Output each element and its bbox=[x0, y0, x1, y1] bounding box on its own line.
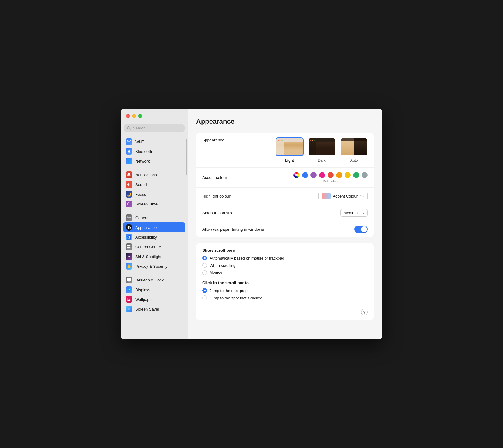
radio-next-page[interactable]: Jump to the next page bbox=[202, 288, 368, 293]
sidebar-icon-size-control: Medium ⌃⌄ bbox=[340, 209, 368, 217]
show-scroll-bars-title: Show scroll bars bbox=[202, 248, 368, 253]
accent-orange[interactable] bbox=[336, 172, 342, 178]
radio-spot-clicked[interactable]: Jump to the spot that's clicked bbox=[202, 295, 368, 300]
sidebar-item-notifications[interactable]: Notifications bbox=[123, 170, 185, 180]
appearance-option-dark[interactable]: Dark bbox=[308, 138, 335, 163]
accent-gray[interactable] bbox=[362, 172, 368, 178]
radio-auto-trackpad[interactable]: Automatically based on mouse or trackpad bbox=[202, 256, 368, 260]
search-icon bbox=[127, 126, 131, 130]
network-icon: 🌐 bbox=[126, 158, 132, 164]
sidebar-item-bluetooth[interactable]: B Bluetooth bbox=[123, 146, 185, 156]
highlight-colour-dropdown[interactable]: Accent Colour ⌃⌄ bbox=[318, 192, 368, 200]
privacy-icon: ✋ bbox=[126, 263, 132, 270]
sidebar-item-siri[interactable]: ✦ Siri & Spotlight bbox=[123, 252, 185, 261]
appearance-option-light[interactable]: Light bbox=[276, 138, 303, 163]
accent-blue[interactable] bbox=[302, 172, 308, 178]
bluetooth-icon: B bbox=[126, 148, 132, 155]
sidebar-item-label-privacy: Privacy & Security bbox=[135, 264, 167, 269]
radio-scrolling-label: When scrolling bbox=[210, 263, 235, 268]
search-box[interactable]: Search bbox=[124, 124, 185, 132]
wallpaper-tinting-control bbox=[354, 226, 368, 233]
sidebar-item-controlcentre[interactable]: Control Centre bbox=[123, 242, 185, 252]
highlight-swatch bbox=[322, 193, 331, 199]
maximize-button[interactable] bbox=[138, 114, 142, 118]
desktop-icon bbox=[126, 277, 132, 283]
accent-purple[interactable] bbox=[310, 172, 317, 178]
thumb-dark-menubar bbox=[309, 138, 335, 142]
sidebar-item-label-screentime: Screen Time bbox=[135, 202, 158, 206]
sidebar-item-label-siri: Siri & Spotlight bbox=[135, 254, 161, 259]
wallpaper-icon: 🖼 bbox=[126, 296, 132, 303]
thumb-auto-right bbox=[354, 138, 367, 155]
close-button[interactable] bbox=[126, 114, 130, 118]
thumb-auto-bg bbox=[341, 138, 367, 155]
svg-rect-3 bbox=[127, 245, 129, 246]
thumb-dark-sidebar bbox=[309, 142, 316, 155]
appearance-thumbnail-dark bbox=[308, 138, 335, 156]
sidebar-item-privacy[interactable]: ✋ Privacy & Security bbox=[123, 261, 185, 271]
sound-icon bbox=[126, 181, 132, 188]
sidebar-item-desktop[interactable]: Desktop & Dock bbox=[123, 275, 185, 285]
radio-when-scrolling[interactable]: When scrolling bbox=[202, 263, 368, 268]
accent-pink[interactable] bbox=[319, 172, 325, 178]
sidebar-item-appearance[interactable]: ◐ Appearance bbox=[123, 222, 185, 232]
svg-rect-6 bbox=[129, 247, 130, 248]
main-content: Appearance Appearance bbox=[188, 109, 382, 339]
search-container: Search bbox=[121, 124, 188, 132]
sidebar-item-focus[interactable]: 🌙 Focus bbox=[123, 189, 185, 199]
help-button-label: ? bbox=[363, 310, 365, 315]
thumb-dark-bg bbox=[309, 138, 335, 155]
sidebar-scrollbar[interactable] bbox=[186, 139, 187, 175]
controlcentre-icon bbox=[126, 243, 132, 250]
minimize-button[interactable] bbox=[132, 114, 136, 118]
appearance-option-auto[interactable]: Auto bbox=[340, 138, 368, 163]
appearance-label-dark: Dark bbox=[318, 158, 325, 163]
sidebar-icon-size-dropdown[interactable]: Medium ⌃⌄ bbox=[340, 209, 368, 217]
thumb-auto-menubar-right bbox=[341, 138, 367, 141]
thumb-dark-dot-green bbox=[314, 140, 315, 141]
divider-3 bbox=[126, 273, 183, 273]
sidebar-item-displays[interactable]: 💠 Displays bbox=[123, 285, 185, 295]
sidebar-item-label-wifi: Wi-Fi bbox=[135, 140, 144, 144]
radio-spot-clicked-label: Jump to the spot that's clicked bbox=[210, 296, 262, 300]
thumb-light-bg bbox=[276, 138, 303, 155]
sidebar-item-screentime[interactable]: ⏱ Screen Time bbox=[123, 199, 185, 209]
sidebar-item-wifi[interactable]: Wi-Fi bbox=[123, 137, 185, 146]
radio-always[interactable]: Always bbox=[202, 270, 368, 275]
sidebar-item-wallpaper[interactable]: 🖼 Wallpaper bbox=[123, 295, 185, 304]
sidebar-item-network[interactable]: 🌐 Network bbox=[123, 156, 185, 166]
sidebar-item-general[interactable]: General bbox=[123, 213, 185, 222]
wallpaper-tinting-row: Allow wallpaper tinting in windows bbox=[196, 221, 374, 237]
appearance-thumbnail-light bbox=[276, 138, 303, 156]
sidebar-item-label-displays: Displays bbox=[135, 288, 150, 292]
sidebar-item-label-notifications: Notifications bbox=[135, 173, 157, 177]
sidebar-item-sound[interactable]: Sound bbox=[123, 180, 185, 189]
appearance-label-light: Light bbox=[285, 158, 294, 163]
sidebar-item-screensaver[interactable]: 🖥 Screen Saver bbox=[123, 304, 185, 314]
sidebar: Search Wi-Fi B Bluetooth 🌐 bbox=[121, 109, 188, 339]
displays-icon: 💠 bbox=[126, 286, 132, 293]
appearance-icon: ◐ bbox=[126, 224, 132, 231]
click-scroll-bar-title: Click in the scroll bar to bbox=[202, 281, 368, 285]
help-button[interactable]: ? bbox=[361, 309, 368, 315]
appearance-row-label: Appearance bbox=[202, 138, 263, 142]
accent-red[interactable] bbox=[328, 172, 334, 178]
accent-yellow[interactable] bbox=[345, 172, 351, 178]
sidebar-item-accessibility[interactable]: ♿ Accessibility bbox=[123, 232, 185, 242]
accent-green[interactable] bbox=[353, 172, 359, 178]
wifi-icon bbox=[126, 138, 132, 145]
accent-multicolor[interactable] bbox=[293, 172, 300, 178]
radio-spot-clicked-circle bbox=[202, 295, 207, 300]
radio-next-page-circle bbox=[202, 288, 207, 293]
thumb-dark-dot-yellow bbox=[312, 140, 313, 141]
wallpaper-tinting-label: Allow wallpaper tinting in windows bbox=[202, 227, 264, 232]
sidebar-item-label-focus: Focus bbox=[135, 192, 146, 197]
wallpaper-tinting-toggle[interactable] bbox=[354, 226, 368, 233]
highlight-colour-control: Accent Colour ⌃⌄ bbox=[318, 192, 368, 200]
sidebar-item-label-general: General bbox=[135, 215, 149, 220]
svg-point-0 bbox=[127, 126, 130, 129]
radio-auto-circle bbox=[202, 256, 207, 260]
highlight-dropdown-arrow: ⌃⌄ bbox=[359, 195, 364, 198]
appearance-row: Appearance bbox=[196, 133, 374, 168]
scroll-section: Show scroll bars Automatically based on … bbox=[196, 243, 374, 320]
